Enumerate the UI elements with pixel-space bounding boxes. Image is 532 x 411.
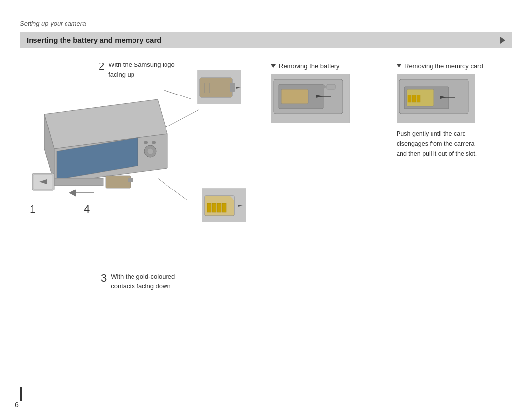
removing-battery-triangle-icon [271,64,276,68]
next-arrow-icon[interactable] [500,37,505,44]
removing-battery-image [271,74,350,123]
svg-rect-29 [217,203,221,212]
removing-memcard-section: Removing the memroy card [397,63,512,158]
step-1-block: 1 [30,203,35,216]
page-content: Setting up your camera Inserting the bat… [20,20,512,391]
svg-rect-28 [212,203,216,212]
svg-point-8 [147,148,153,154]
removing-memcard-label: Removing the memroy card [404,63,483,70]
removing-memcard-image [397,74,475,123]
svg-rect-27 [207,203,211,212]
svg-rect-17 [106,176,131,188]
svg-rect-21 [230,83,235,92]
callout-image-3 [202,188,246,222]
section-header: Inserting the battery and memory card [20,32,512,48]
svg-rect-9 [144,141,148,144]
svg-rect-30 [222,203,226,212]
step-4-block: 4 [84,203,90,216]
corner-mark-tl [10,10,19,19]
right-panel: Removing the battery [271,60,512,237]
svg-rect-39 [327,84,335,89]
removing-memcard-description: Push gently until the card disengages fr… [397,129,512,158]
removing-row: Removing the battery [271,63,512,158]
main-area: 2 With the Samsung logo facing up [20,60,512,237]
corner-mark-br [513,392,522,401]
step-3-block: 3 With the gold-coloured contacts facing… [101,272,175,291]
step-3-number: 3 [101,272,107,285]
removing-battery-label: Removing the battery [279,63,340,70]
removing-battery-title: Removing the battery [271,63,387,70]
svg-marker-12 [69,189,76,197]
svg-rect-46 [412,95,416,102]
removing-memcard-triangle-icon [397,64,401,68]
section-header-title: Inserting the battery and memory card [27,36,161,44]
removing-battery-section: Removing the battery [271,63,387,158]
svg-rect-36 [281,89,308,104]
section-title: Setting up your camera [20,20,512,27]
step-4-number: 4 [84,203,90,215]
camera-body-svg [30,85,177,203]
corner-mark-bl [10,392,19,401]
page-number: 6 [15,401,19,409]
svg-rect-10 [152,141,156,144]
page-accent-bar [20,387,22,401]
svg-rect-18 [128,178,133,182]
step-1-number: 1 [30,203,35,216]
removing-memcard-title: Removing the memroy card [397,63,512,70]
svg-rect-11 [54,178,103,186]
svg-rect-45 [408,95,411,102]
step-3-text: With the gold-coloured contacts facing d… [111,272,175,291]
svg-rect-47 [417,95,420,102]
camera-diagram [20,70,246,237]
callout-image-2 [197,70,241,104]
corner-mark-tr [513,10,522,19]
left-panel: 2 With the Samsung logo facing up [20,60,256,237]
